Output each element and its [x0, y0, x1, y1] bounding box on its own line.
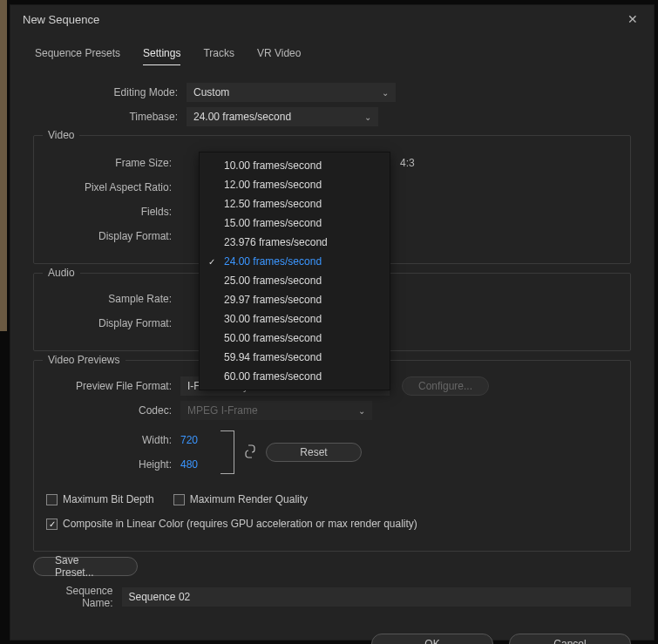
timebase-option-label: 25.00 frames/second — [224, 275, 322, 287]
timebase-option[interactable]: 12.50 frames/second — [200, 194, 390, 214]
timebase-option-label: 59.94 frames/second — [224, 351, 322, 363]
maximum-render-quality-checkbox[interactable]: Maximum Render Quality — [173, 493, 308, 505]
editing-mode-select[interactable]: Custom ⌄ — [187, 83, 396, 102]
tab-bar: Sequence Presets Settings Tracks VR Vide… — [33, 40, 631, 78]
frame-size-label: Frame Size: — [43, 157, 180, 169]
sequence-name-label: Sequence Name: — [33, 585, 113, 609]
timebase-option-label: 23.976 frames/second — [224, 236, 328, 248]
tab-sequence-presets[interactable]: Sequence Presets — [35, 47, 120, 65]
timebase-option[interactable]: 23.976 frames/second — [200, 233, 390, 252]
audio-legend: Audio — [43, 267, 80, 279]
check-icon: ✓ — [208, 257, 215, 267]
timebase-option-label: 15.00 frames/second — [224, 217, 322, 229]
link-icon[interactable] — [245, 444, 255, 461]
maximum-bit-depth-label: Maximum Bit Depth — [63, 493, 154, 505]
video-previews-legend: Video Previews — [43, 354, 125, 366]
video-display-format-label: Display Format: — [43, 230, 180, 242]
timebase-option-label: 50.00 frames/second — [224, 332, 322, 344]
maximum-render-quality-label: Maximum Render Quality — [190, 493, 308, 505]
titlebar: New Sequence ✕ — [10, 5, 654, 33]
pixel-aspect-ratio-label: Pixel Aspect Ratio: — [43, 181, 180, 193]
editing-mode-value: Custom — [193, 86, 229, 98]
ok-button[interactable]: OK — [371, 634, 493, 644]
timebase-option[interactable]: 59.94 frames/second — [200, 348, 390, 367]
audio-display-format-label: Display Format: — [43, 317, 180, 329]
video-legend: Video — [43, 129, 79, 141]
timebase-value: 24.00 frames/second — [193, 111, 291, 123]
timebase-option-label: 10.00 frames/second — [224, 159, 322, 172]
sequence-name-input[interactable] — [122, 587, 632, 607]
composite-label: Composite in Linear Color (requires GPU … — [63, 518, 417, 530]
timebase-option-label: 12.50 frames/second — [224, 198, 322, 210]
aspect-ratio: 4:3 — [400, 157, 415, 169]
timebase-option[interactable]: 10.00 frames/second — [200, 156, 390, 175]
codec-label: Codec: — [43, 404, 180, 417]
height-input[interactable]: 480 — [180, 458, 198, 471]
timebase-option[interactable]: 29.97 frames/second — [200, 290, 390, 309]
timebase-option[interactable]: 50.00 frames/second — [200, 329, 390, 348]
timebase-option[interactable]: 30.00 frames/second — [200, 309, 390, 329]
configure-button: Configure... — [402, 376, 489, 396]
editing-mode-label: Editing Mode: — [33, 86, 187, 98]
timebase-option[interactable]: ✓24.00 frames/second — [200, 252, 390, 271]
codec-select: MPEG I-Frame ⌄ — [180, 401, 372, 420]
timebase-option[interactable]: 25.00 frames/second — [200, 271, 390, 290]
close-icon[interactable]: ✕ — [621, 12, 645, 26]
chevron-down-icon: ⌄ — [382, 88, 389, 98]
fields-label: Fields: — [43, 206, 180, 218]
timebase-dropdown: 10.00 frames/second12.00 frames/second12… — [199, 152, 390, 390]
new-sequence-dialog: New Sequence ✕ Sequence Presets Settings… — [10, 4, 655, 641]
sample-rate-label: Sample Rate: — [43, 293, 180, 305]
timebase-option[interactable]: 12.00 frames/second — [200, 175, 390, 194]
cancel-button[interactable]: Cancel — [509, 634, 631, 644]
timebase-select[interactable]: 24.00 frames/second ⌄ — [187, 107, 378, 126]
codec-value: MPEG I-Frame — [187, 404, 258, 417]
timebase-option-label: 29.97 frames/second — [224, 294, 322, 306]
window-title: New Sequence — [23, 13, 99, 26]
chevron-down-icon: ⌄ — [358, 406, 365, 416]
save-preset-button[interactable]: Save Preset... — [33, 557, 138, 576]
height-label: Height: — [43, 458, 180, 471]
timebase-option-label: 60.00 frames/second — [224, 370, 322, 383]
background-edge — [0, 0, 7, 331]
chevron-down-icon: ⌄ — [364, 112, 371, 122]
reset-button[interactable]: Reset — [266, 443, 362, 462]
preview-file-format-label: Preview File Format: — [43, 380, 180, 392]
timebase-option-label: 30.00 frames/second — [224, 313, 322, 325]
timebase-option-label: 24.00 frames/second — [224, 255, 322, 268]
width-input[interactable]: 720 — [180, 434, 198, 446]
composite-linear-color-checkbox[interactable]: Composite in Linear Color (requires GPU … — [46, 518, 417, 530]
width-label: Width: — [43, 434, 180, 446]
timebase-label: Timebase: — [33, 111, 187, 123]
tab-vr-video[interactable]: VR Video — [257, 47, 301, 65]
timebase-option[interactable]: 15.00 frames/second — [200, 214, 390, 233]
timebase-option[interactable]: 60.00 frames/second — [200, 367, 390, 386]
timebase-option-label: 12.00 frames/second — [224, 179, 322, 191]
link-bracket — [220, 430, 234, 474]
tab-settings[interactable]: Settings — [143, 47, 180, 65]
tab-tracks[interactable]: Tracks — [203, 47, 234, 65]
maximum-bit-depth-checkbox[interactable]: Maximum Bit Depth — [46, 493, 154, 505]
